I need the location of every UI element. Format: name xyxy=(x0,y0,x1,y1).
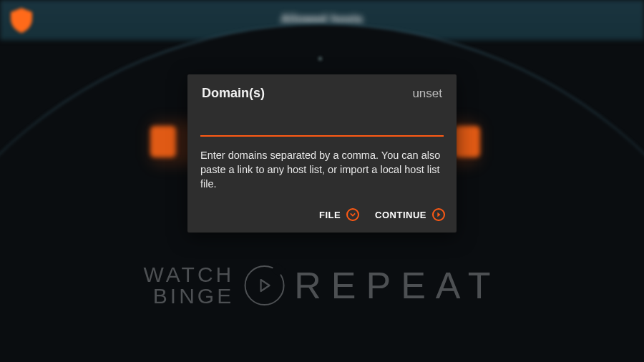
chevron-down-circle-icon xyxy=(346,208,359,221)
continue-button[interactable]: CONTINUE xyxy=(375,208,445,221)
app-shield-icon xyxy=(7,6,36,34)
dialog-input-wrap xyxy=(187,111,457,137)
dialog-status: unset xyxy=(412,87,442,101)
dialog-actions: FILE CONTINUE xyxy=(187,204,457,233)
file-button-label: FILE xyxy=(319,210,341,220)
watermark-stack: WATCH BINGE xyxy=(144,264,235,308)
watermark-line2: BINGE xyxy=(144,285,235,308)
background-blur-right xyxy=(454,126,480,157)
background-dot: • xyxy=(318,56,326,62)
watermark-repeat: REPEAT xyxy=(294,264,500,307)
dialog-help-text: Enter domains separated by a comma. You … xyxy=(187,137,457,204)
domain-dialog: Domain(s) unset Enter domains separated … xyxy=(187,74,457,233)
replay-icon xyxy=(244,265,284,305)
continue-button-label: CONTINUE xyxy=(375,210,426,220)
dialog-title: Domain(s) xyxy=(202,86,265,101)
watermark: WATCH BINGE REPEAT xyxy=(144,264,501,308)
play-circle-icon xyxy=(432,208,445,221)
domain-input[interactable] xyxy=(200,112,444,137)
background-blur-left xyxy=(150,126,176,157)
watermark-line1: WATCH xyxy=(144,264,235,286)
file-button[interactable]: FILE xyxy=(319,208,359,221)
dialog-header: Domain(s) unset xyxy=(187,74,457,111)
